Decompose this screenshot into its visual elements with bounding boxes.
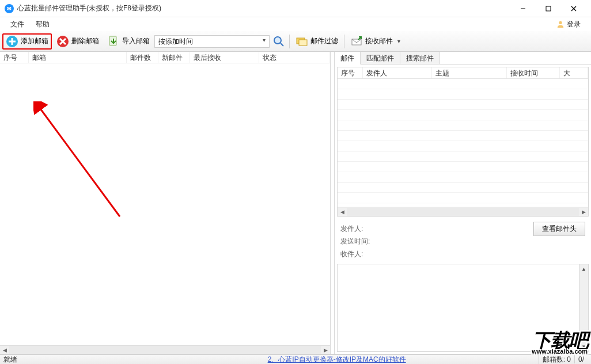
dropdown-arrow-icon[interactable]: ▼ bbox=[395, 39, 403, 44]
receive-mail-button[interactable]: 接收邮件 ▼ bbox=[347, 33, 406, 50]
col-new[interactable]: 新邮件 bbox=[158, 52, 190, 63]
status-mailbox-count: 邮箱数: 0 bbox=[539, 355, 574, 365]
svg-line-13 bbox=[281, 43, 283, 46]
detail-sender-label: 发件人: bbox=[340, 224, 373, 234]
detail-recipient-label: 收件人: bbox=[340, 249, 373, 259]
delete-mailbox-button[interactable]: 删除邮箱 bbox=[53, 33, 103, 50]
mail-filter-label: 邮件过滤 bbox=[310, 36, 338, 46]
status-ready: 就绪 bbox=[3, 355, 17, 365]
mail-scrollbar[interactable]: ◀ ▶ bbox=[338, 207, 588, 216]
scroll-up-icon[interactable]: ▲ bbox=[579, 264, 588, 274]
add-mailbox-label: 添加邮箱 bbox=[21, 36, 48, 46]
filter-icon bbox=[296, 35, 308, 48]
minimize-button[interactable] bbox=[510, 1, 536, 17]
menu-file[interactable]: 文件 bbox=[5, 18, 30, 31]
status-bar: 就绪 2、心蓝IP自动更换器-修改IP及MAC的好软件 邮箱数: 0 0/ bbox=[0, 354, 591, 364]
tab-mail[interactable]: 邮件 bbox=[335, 52, 361, 65]
svg-rect-15 bbox=[299, 40, 307, 46]
watermark-text: 下载吧 bbox=[532, 332, 588, 350]
mailbox-table-body[interactable] bbox=[0, 63, 330, 345]
main-area: 序号 邮箱 邮件数 新邮件 最后接收 状态 ◀ ▶ 邮件 匹配邮件 搜索邮件 序… bbox=[0, 52, 591, 354]
mail-table-header: 序号 发件人 主题 接收时间 大 bbox=[338, 67, 588, 79]
scroll-track[interactable] bbox=[347, 208, 579, 216]
maximize-button[interactable] bbox=[536, 1, 561, 17]
import-mailbox-button[interactable]: 导入邮箱 bbox=[104, 33, 153, 50]
receive-icon bbox=[350, 35, 363, 48]
import-mailbox-label: 导入邮箱 bbox=[122, 36, 150, 46]
view-header-button[interactable]: 查看邮件头 bbox=[533, 222, 585, 236]
menu-help[interactable]: 帮助 bbox=[30, 18, 55, 31]
col-mailbox[interactable]: 邮箱 bbox=[29, 52, 127, 63]
menu-bar: 文件 帮助 登录 bbox=[0, 17, 591, 31]
tab-search[interactable]: 搜索邮件 bbox=[400, 52, 440, 64]
delete-mailbox-label: 删除邮箱 bbox=[71, 36, 99, 46]
mcol-seq[interactable]: 序号 bbox=[338, 67, 363, 78]
mail-filter-button[interactable]: 邮件过滤 bbox=[292, 33, 342, 50]
mail-pane: 邮件 匹配邮件 搜索邮件 序号 发件人 主题 接收时间 大 ◀ ▶ bbox=[334, 52, 591, 354]
toolbar: 添加邮箱 删除邮箱 导入邮箱 按添加时间 邮件过滤 接收邮件 ▼ bbox=[0, 31, 591, 52]
mcol-recv[interactable]: 接收时间 bbox=[507, 67, 560, 78]
import-icon bbox=[107, 35, 120, 48]
scroll-left-icon[interactable]: ◀ bbox=[0, 346, 9, 355]
sort-value: 按添加时间 bbox=[158, 37, 193, 46]
status-link[interactable]: 2、心蓝IP自动更换器-修改IP及MAC的好软件 bbox=[268, 355, 406, 365]
close-button[interactable] bbox=[561, 1, 586, 17]
login-label: 登录 bbox=[567, 20, 581, 29]
mail-table-body[interactable] bbox=[338, 79, 588, 207]
user-icon bbox=[556, 20, 565, 28]
tab-match[interactable]: 匹配邮件 bbox=[361, 52, 400, 64]
watermark: 下载吧 www.xiazaiba.com bbox=[532, 332, 588, 355]
detail-sent-label: 发送时间: bbox=[340, 237, 373, 247]
svg-point-4 bbox=[559, 21, 562, 24]
scroll-track[interactable] bbox=[9, 346, 321, 354]
search-icon bbox=[272, 35, 285, 48]
col-count[interactable]: 邮件数 bbox=[127, 52, 158, 63]
scroll-right-icon[interactable]: ▶ bbox=[579, 207, 588, 217]
col-status[interactable]: 状态 bbox=[259, 52, 330, 63]
mailbox-table-header: 序号 邮箱 邮件数 新邮件 最后接收 状态 bbox=[0, 52, 330, 63]
mailbox-scrollbar[interactable]: ◀ ▶ bbox=[0, 345, 330, 354]
mcol-subject[interactable]: 主题 bbox=[432, 67, 507, 78]
search-button[interactable] bbox=[271, 33, 287, 50]
col-seq[interactable]: 序号 bbox=[0, 52, 29, 63]
watermark-url: www.xiazaiba.com bbox=[532, 349, 588, 355]
svg-rect-1 bbox=[546, 6, 551, 11]
scroll-left-icon[interactable]: ◀ bbox=[338, 207, 347, 217]
mailbox-list-pane: 序号 邮箱 邮件数 新邮件 最后接收 状态 ◀ ▶ bbox=[0, 52, 331, 354]
login-button[interactable]: 登录 bbox=[556, 20, 586, 29]
title-bar: ✉ 心蓝批量邮件管理助手(未授权，按F8登录授权) bbox=[0, 0, 591, 17]
col-last[interactable]: 最后接收 bbox=[190, 52, 259, 63]
plus-icon bbox=[6, 35, 18, 48]
delete-icon bbox=[56, 35, 69, 48]
receive-mail-label: 接收邮件 bbox=[365, 36, 393, 46]
svg-point-12 bbox=[274, 37, 281, 44]
sort-dropdown[interactable]: 按添加时间 bbox=[154, 35, 270, 48]
mail-list: 序号 发件人 主题 接收时间 大 ◀ ▶ bbox=[337, 67, 589, 217]
mcol-sender[interactable]: 发件人 bbox=[363, 67, 432, 78]
mail-details: 发件人: 查看邮件头 发送时间: 收件人: bbox=[335, 219, 591, 264]
app-icon: ✉ bbox=[5, 4, 14, 13]
status-extra: 0/ bbox=[574, 355, 588, 363]
window-title: 心蓝批量邮件管理助手(未授权，按F8登录授权) bbox=[17, 3, 161, 13]
add-mailbox-button[interactable]: 添加邮箱 bbox=[2, 33, 52, 50]
scroll-right-icon[interactable]: ▶ bbox=[321, 346, 330, 355]
mcol-size[interactable]: 大 bbox=[560, 67, 588, 78]
mail-tabs: 邮件 匹配邮件 搜索邮件 bbox=[335, 52, 591, 65]
